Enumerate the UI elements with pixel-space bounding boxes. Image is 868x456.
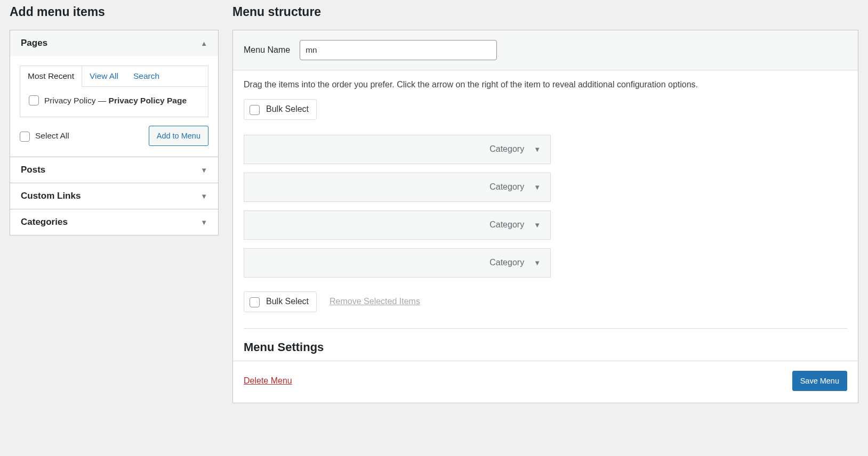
menu-item-type: Category: [489, 144, 524, 154]
caret-down-icon[interactable]: ▼: [534, 221, 541, 229]
menu-item-type-wrap: Category ▼: [489, 220, 541, 230]
menu-item-type: Category: [489, 258, 524, 267]
menu-instructions: Drag the items into the order you prefer…: [244, 80, 847, 89]
bulk-select-top[interactable]: Bulk Select: [244, 99, 317, 120]
menu-item-type: Category: [489, 182, 524, 192]
caret-up-icon: ▲: [200, 39, 207, 47]
page-item-label: Privacy Policy — Privacy Policy Page: [44, 94, 187, 107]
accordion-section-pages: Pages ▲ Most Recent View All Search: [10, 30, 218, 157]
caret-down-icon: ▼: [200, 166, 207, 174]
menu-name-row: Menu Name: [233, 30, 858, 70]
menu-item-type-wrap: Category ▼: [489, 258, 541, 267]
menu-structure-panel: Menu Name Drag the items into the order …: [232, 30, 858, 403]
accordion-toggle-pages[interactable]: Pages ▲: [10, 30, 218, 56]
accordion-title-pages: Pages: [21, 38, 47, 48]
caret-down-icon[interactable]: ▼: [534, 183, 541, 191]
accordion-toggle-custom-links[interactable]: Custom Links ▼: [10, 183, 218, 209]
bulk-select-top-checkbox[interactable]: [250, 105, 260, 115]
select-all-label: Select All: [35, 131, 69, 141]
menu-name-input[interactable]: [300, 40, 497, 60]
menu-item-type-wrap: Category ▼: [489, 144, 541, 154]
menu-structure-heading: Menu structure: [232, 0, 858, 21]
caret-down-icon[interactable]: ▼: [534, 145, 541, 153]
page-item-checkbox[interactable]: [29, 95, 39, 105]
tab-view-all[interactable]: View All: [82, 66, 126, 87]
tab-search[interactable]: Search: [126, 66, 167, 87]
add-menu-items-heading: Add menu items: [10, 0, 219, 21]
accordion-section-custom-links: Custom Links ▼: [10, 183, 218, 209]
menu-item-type: Category: [489, 220, 524, 230]
menu-item[interactable]: Category ▼: [244, 210, 551, 240]
accordion-toggle-categories[interactable]: Categories ▼: [10, 209, 218, 235]
separator: [244, 328, 847, 329]
tab-most-recent[interactable]: Most Recent: [20, 66, 82, 87]
menu-item[interactable]: Category ▼: [244, 173, 551, 202]
caret-down-icon[interactable]: ▼: [534, 259, 541, 267]
bulk-select-bottom-label: Bulk Select: [266, 297, 309, 306]
accordion-title-custom-links: Custom Links: [21, 191, 81, 201]
pages-tabs: Most Recent View All Search: [20, 66, 208, 87]
add-to-menu-button[interactable]: Add to Menu: [149, 126, 208, 146]
page-item-boldtext: Privacy Policy Page: [109, 96, 187, 105]
caret-down-icon: ▼: [200, 192, 207, 200]
caret-down-icon: ▼: [200, 218, 207, 226]
page-item-privacy-policy[interactable]: Privacy Policy — Privacy Policy Page: [29, 94, 199, 107]
accordion-toggle-posts[interactable]: Posts ▼: [10, 157, 218, 183]
save-menu-button[interactable]: Save Menu: [792, 371, 847, 391]
select-all-pages[interactable]: Select All: [20, 131, 69, 142]
menu-item[interactable]: Category ▼: [244, 248, 551, 278]
accordion-title-posts: Posts: [21, 165, 45, 175]
accordion-body-pages: Most Recent View All Search Privacy Poli…: [10, 56, 218, 157]
delete-menu-link[interactable]: Delete Menu: [244, 376, 292, 386]
menu-item[interactable]: Category ▼: [244, 135, 551, 164]
accordion-section-categories: Categories ▼: [10, 209, 218, 235]
menu-items-list: Category ▼ Category ▼: [244, 135, 551, 278]
page-item-pretext: Privacy Policy —: [44, 96, 109, 105]
accordion-panel: Pages ▲ Most Recent View All Search: [10, 30, 219, 235]
menu-item-type-wrap: Category ▼: [489, 182, 541, 192]
accordion-section-posts: Posts ▼: [10, 157, 218, 183]
menu-name-label: Menu Name: [244, 45, 290, 55]
bulk-select-bottom-checkbox[interactable]: [250, 297, 260, 307]
remove-selected-items-link[interactable]: Remove Selected Items: [329, 297, 420, 306]
accordion-title-categories: Categories: [21, 217, 68, 227]
bulk-select-top-label: Bulk Select: [266, 104, 309, 114]
menu-settings-heading: Menu Settings: [244, 340, 847, 354]
select-all-checkbox[interactable]: [20, 132, 30, 142]
bulk-select-bottom[interactable]: Bulk Select: [244, 291, 317, 312]
